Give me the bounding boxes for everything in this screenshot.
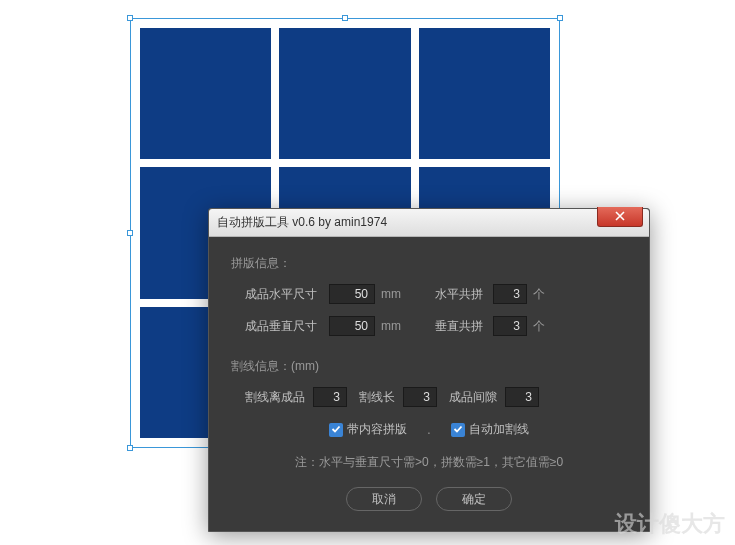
hsize-unit: mm: [381, 287, 401, 301]
resize-handle-bl[interactable]: [127, 445, 133, 451]
chk1-label: 带内容拼版: [347, 421, 407, 438]
hsize-input[interactable]: [329, 284, 375, 304]
check-icon: [331, 423, 341, 437]
row-vertical-size: 成品垂直尺寸 mm 垂直共拼 个: [231, 316, 627, 336]
chk-with-content[interactable]: [329, 423, 343, 437]
row-horizontal-size: 成品水平尺寸 mm 水平共拼 个: [231, 284, 627, 304]
resize-handle-tr[interactable]: [557, 15, 563, 21]
cut-offset-input[interactable]: [313, 387, 347, 407]
chk2-label: 自动加割线: [469, 421, 529, 438]
hcount-label: 水平共拼: [435, 286, 483, 303]
gap-input[interactable]: [505, 387, 539, 407]
ok-label: 确定: [462, 491, 486, 508]
vsize-label: 成品垂直尺寸: [245, 318, 317, 335]
row-cut-settings: 割线离成品 割线长 成品间隙: [231, 387, 627, 407]
close-icon: [615, 210, 625, 224]
watermark: 设计傻大方: [615, 509, 725, 539]
vcount-unit: 个: [533, 318, 545, 335]
check-icon: [453, 423, 463, 437]
hsize-label: 成品水平尺寸: [245, 286, 317, 303]
resize-handle-ml[interactable]: [127, 230, 133, 236]
ok-button[interactable]: 确定: [436, 487, 512, 511]
vcount-input[interactable]: [493, 316, 527, 336]
cut-len-label: 割线长: [359, 389, 395, 406]
cut-offset-label: 割线离成品: [245, 389, 305, 406]
cancel-label: 取消: [372, 491, 396, 508]
separator-dot: .: [427, 423, 430, 437]
auto-layout-dialog: 自动拼版工具 v0.6 by amin1974 拼版信息： 成品水平尺寸 mm …: [208, 208, 650, 532]
resize-handle-tl[interactable]: [127, 15, 133, 21]
note-text: 注：水平与垂直尺寸需>0，拼数需≥1，其它值需≥0: [231, 454, 627, 471]
dialog-title: 自动拼版工具 v0.6 by amin1974: [217, 214, 387, 231]
vcount-label: 垂直共拼: [435, 318, 483, 335]
vsize-unit: mm: [381, 319, 401, 333]
resize-handle-tm[interactable]: [342, 15, 348, 21]
section-cut-info: 割线信息：(mm): [231, 358, 627, 375]
close-button[interactable]: [597, 207, 643, 227]
hcount-unit: 个: [533, 286, 545, 303]
cancel-button[interactable]: 取消: [346, 487, 422, 511]
button-row: 取消 确定: [231, 487, 627, 511]
dialog-body: 拼版信息： 成品水平尺寸 mm 水平共拼 个 成品垂直尺寸 mm 垂直共拼 个 …: [209, 237, 649, 531]
cut-len-input[interactable]: [403, 387, 437, 407]
hcount-input[interactable]: [493, 284, 527, 304]
gap-label: 成品间隙: [449, 389, 497, 406]
dialog-titlebar[interactable]: 自动拼版工具 v0.6 by amin1974: [209, 209, 649, 237]
vsize-input[interactable]: [329, 316, 375, 336]
checkbox-row: 带内容拼版 . 自动加割线: [231, 421, 627, 438]
chk-auto-cut[interactable]: [451, 423, 465, 437]
section-layout-info: 拼版信息：: [231, 255, 627, 272]
